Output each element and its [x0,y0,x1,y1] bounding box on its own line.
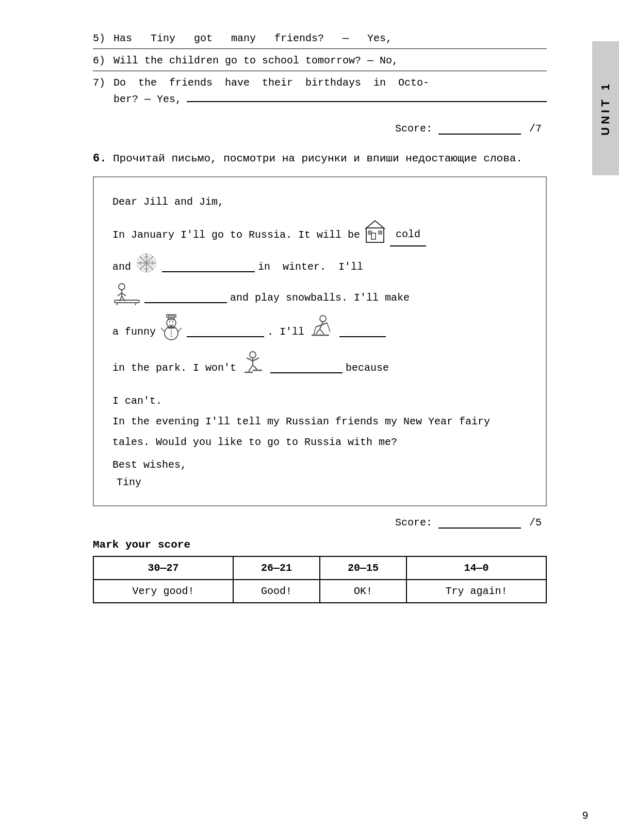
task6-number: 6. [93,152,106,165]
score1-denom: /7 [529,123,542,135]
svg-line-47 [320,329,324,334]
q5-underline [93,48,547,49]
score2-denom: /5 [529,517,542,529]
letter-box: Dear Jill and Jim, In January I'll go to… [93,176,547,506]
svg-point-38 [171,333,172,334]
letter-line3: and play snowballs. I'll make [112,283,527,314]
score2-label: Score: [395,517,432,529]
q5-number: 5) [93,31,113,46]
letter-signature: Tiny [112,474,527,491]
letter-spacer [112,386,527,391]
q6-underline [93,71,547,71]
mark-val-1: Very good! [93,580,233,603]
snowflake-icon [135,252,158,283]
q6-line: 6) Will the children go to school tomorr… [93,53,547,69]
svg-line-55 [253,358,259,361]
svg-point-52 [250,352,256,358]
task6-header: 6. Прочитай письмо, посмотри на рисунки … [93,150,547,167]
mark-table-data-row: Very good! Good! OK! Try again! [93,580,546,603]
mark-val-2: Good! [233,580,320,603]
task6-instruction: Прочитай письмо, посмотри на рисунки и в… [113,153,523,164]
snowman-icon [160,314,183,351]
q7-text2: ber? — Yes, [113,92,182,107]
svg-point-35 [172,321,173,322]
svg-point-42 [320,316,326,322]
letter-greeting: Dear Jill and Jim, [112,192,527,212]
question-7: 7) Do the friends have their birthdays i… [93,75,547,107]
mark-table: 30—27 26—21 20—15 14—0 Very good! Good! … [93,556,547,603]
svg-line-46 [316,329,320,334]
mark-section: Mark your score 30—27 26—21 20—15 14—0 V… [93,539,547,603]
svg-rect-28 [115,300,139,303]
svg-line-57 [253,365,257,369]
q7-number: 7) [93,75,113,91]
greeting-text: Dear Jill and Jim, [112,196,224,208]
q7-line2: ber? — Yes, [93,91,547,107]
mark-table-header-row: 30—27 26—21 20—15 14—0 [93,556,546,580]
letter-cant: I can't. [112,391,527,411]
letter-line5: in the park. I won't [112,351,527,386]
score1-label: Score: [395,123,432,135]
page-number: 9 [582,810,588,821]
svg-line-41 [178,328,182,332]
svg-line-40 [161,328,165,332]
svg-point-22 [119,284,125,290]
mark-val-4: Try again! [406,580,546,603]
score2: Score: /5 [93,517,547,529]
sled-icon [113,283,140,314]
page: UNIT 1 5) Has Tiny got many friends? — Y… [0,0,619,840]
svg-point-37 [171,331,172,332]
questions-section: 5) Has Tiny got many friends? — Yes, 6) … [93,31,547,107]
snowy-blank [162,262,255,272]
svg-point-39 [171,336,172,337]
svg-line-51 [327,323,330,332]
sled-blank [144,293,227,303]
svg-line-56 [249,365,253,371]
mark-title: Mark your score [93,539,547,551]
svg-line-54 [247,358,253,361]
svg-rect-1 [371,233,376,239]
q7-blank [187,91,547,102]
q5-line: 5) Has Tiny got many friends? — Yes, [93,31,547,46]
mark-col-1: 30—27 [93,556,233,580]
unit-tab-label: UNIT 1 [599,81,612,136]
cold-answer: cold [390,224,426,246]
mark-col-2: 26—21 [233,556,320,580]
svg-point-13 [145,261,148,265]
mark-col-3: 20—15 [320,556,406,580]
q6-number: 6) [93,53,113,69]
q5-text: Has Tiny got many friends? — Yes, [113,31,547,46]
svg-point-34 [169,321,170,322]
letter-line2: and [112,252,527,283]
score2-blank [438,518,521,529]
q7-text: Do the friends have their birthdays in O… [113,75,547,91]
ski-blank [339,327,386,337]
letter-line1: In January I'll go to Russia. It will be… [112,219,527,252]
question-6: 6) Will the children go to school tomorr… [93,53,547,71]
letter-line4: a funny [112,314,527,351]
question-5: 5) Has Tiny got many friends? — Yes, [93,31,547,49]
letter-evening: In the evening I'll tell my Russian frie… [112,411,527,453]
svg-line-50 [314,327,316,335]
score1-blank [438,124,521,135]
skier-icon [308,315,335,350]
skating-icon [240,351,266,386]
q6-text: Will the children go to school tomorrow?… [113,53,547,69]
building-icon [364,219,386,252]
letter-closing: Best wishes, [112,456,527,474]
unit-tab: UNIT 1 [592,41,619,175]
svg-line-24 [118,293,122,296]
mark-val-3: OK! [320,580,406,603]
svg-line-25 [122,293,126,296]
snowman-blank [187,327,264,337]
q7-line: 7) Do the friends have their birthdays i… [93,75,547,91]
svg-rect-0 [366,228,384,242]
score1: Score: /7 [93,123,547,135]
skate-blank [270,363,343,373]
mark-col-4: 14—0 [406,556,546,580]
